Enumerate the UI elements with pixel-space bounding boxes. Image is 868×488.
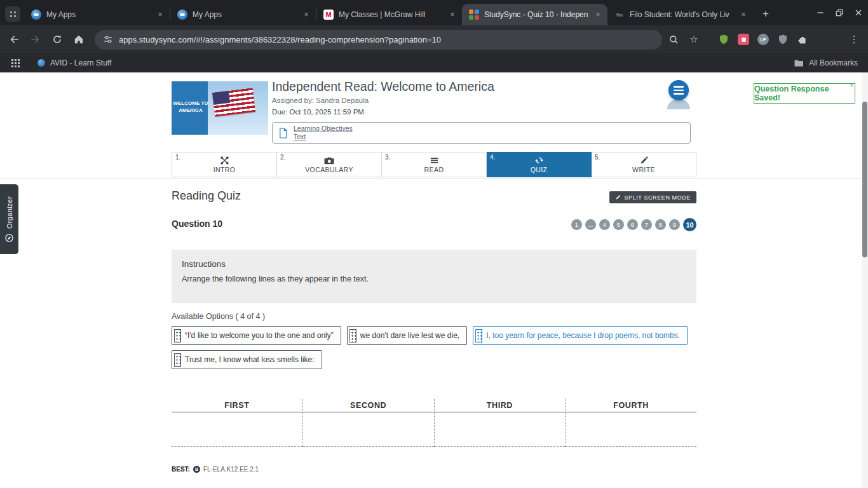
extensions-puzzle-icon[interactable] [797, 34, 808, 45]
hamburger-menu-icon[interactable] [668, 80, 689, 100]
classlink-favicon [31, 10, 41, 20]
url-text[interactable]: apps.studysync.com/#!/assignments/386322… [119, 35, 441, 44]
page-scrollbar-thumb[interactable] [862, 102, 867, 257]
apps-grid-icon[interactable] [11, 59, 20, 67]
available-options-label: Available Options ( 4 of 4 ) [172, 312, 265, 321]
learning-objectives-box: Learning Objectives Text [272, 122, 691, 144]
new-tab-button[interactable]: + [757, 5, 775, 23]
pencil-icon [639, 156, 649, 165]
drop-column-first: FIRST [172, 399, 303, 447]
drop-zone-second[interactable] [303, 412, 434, 447]
options-row-1: “I'd like to welcome you to the one and … [172, 326, 688, 345]
option-chip-2[interactable]: we don't dare live lest we die, [347, 326, 467, 345]
question-pagination: 1 ... 4 5 6 7 8 9 10 [571, 218, 696, 231]
standard-code: FL-ELA.K12.EE.2.1 [203, 466, 259, 473]
page-1-button[interactable]: 1 [571, 219, 582, 230]
best-label: BEST: [172, 466, 190, 473]
instructions-panel: Instructions Arrange the following lines… [172, 250, 696, 303]
tab-list: My Apps × My Apps × M My Classes | McGra… [24, 4, 753, 25]
tab-close-icon[interactable]: × [738, 10, 749, 20]
split-screen-mode-button[interactable]: SPLIT SCREEN MODE [609, 191, 696, 203]
page-4-button[interactable]: 4 [599, 219, 610, 230]
home-button[interactable] [69, 30, 88, 49]
back-button[interactable] [4, 30, 24, 49]
browser-tab-my-apps-2[interactable]: My Apps × [170, 4, 316, 25]
standards-row: BEST: B FL-ELA.K12.EE.2.1 [172, 466, 259, 473]
reload-button[interactable] [48, 30, 67, 49]
tab-close-icon[interactable]: × [155, 10, 165, 20]
tab-read[interactable]: 3. READ [382, 152, 487, 177]
browser-tab-studysync-active[interactable]: StudySync - Quiz 10 - Indepen × [462, 4, 607, 25]
best-standard-icon: B [193, 466, 200, 473]
adblock-shield-icon[interactable] [718, 34, 729, 45]
browser-menu-icon[interactable]: ⋮ [846, 32, 862, 47]
browser-tab-strip: My Apps × My Apps × M My Classes | McGra… [0, 0, 868, 25]
tab-close-icon[interactable]: × [447, 10, 458, 20]
learning-objectives-link[interactable]: Learning Objectives [294, 125, 353, 133]
drag-handle-icon[interactable] [349, 329, 356, 342]
page-ellipsis-button[interactable]: ... [585, 219, 596, 230]
all-bookmarks-button[interactable]: All Bookmarks [794, 58, 858, 68]
browser-tab-filo[interactable]: filo Filo Student: World's Only Liv × [607, 4, 753, 25]
shield-gray-icon[interactable] [777, 34, 789, 45]
options-row-2: Trust me, I know what loss smells like: [172, 350, 322, 369]
drop-zone-third[interactable] [435, 412, 566, 447]
drop-column-fourth: FOURTH [566, 399, 696, 447]
column-header: FIRST [172, 399, 302, 412]
drag-handle-icon[interactable] [174, 329, 181, 342]
tab-vocabulary[interactable]: 2. VOCABULARY [277, 152, 382, 177]
browser-tab-my-apps-1[interactable]: My Apps × [24, 4, 170, 25]
drag-handle-icon[interactable] [475, 329, 482, 342]
option-chip-3-selected[interactable]: I, too yearn for peace, because I drop p… [473, 326, 688, 345]
response-saved-toast: Question Response Saved! × [754, 83, 855, 104]
browser-tab-mcgraw-hill[interactable]: M My Classes | McGraw Hill × [316, 4, 462, 25]
site-settings-icon[interactable] [103, 34, 113, 44]
extension-icons: LP [718, 34, 808, 45]
address-bar[interactable]: apps.studysync.com/#!/assignments/386322… [95, 30, 662, 50]
lastpass-icon[interactable]: LP [757, 34, 769, 45]
drag-handle-icon[interactable] [174, 353, 181, 367]
profile-menu-avatar[interactable] [667, 80, 691, 111]
instructions-body: Arrange the following lines as they appe… [182, 274, 686, 283]
option-chip-4[interactable]: Trust me, I know what loss smells like: [172, 350, 322, 369]
section-divider [0, 179, 868, 179]
filo-favicon: filo [614, 10, 625, 20]
page-scrollbar-track[interactable] [862, 72, 868, 488]
text-link[interactable]: Text [294, 133, 353, 141]
page-10-button-active[interactable]: 10 [683, 218, 696, 231]
browser-toolbar: apps.studysync.com/#!/assignments/386322… [0, 25, 868, 53]
toast-close-icon[interactable]: × [850, 82, 853, 89]
bookmark-avid[interactable]: AVID - Learn Stuff [37, 58, 111, 67]
page-7-button[interactable]: 7 [641, 219, 652, 230]
list-icon [430, 156, 439, 165]
tab-quiz-active[interactable]: 4. QUIZ [487, 152, 592, 177]
instructions-title: Instructions [182, 259, 686, 269]
bookmark-label: AVID - Learn Stuff [50, 58, 111, 67]
tab-close-icon[interactable]: × [301, 10, 311, 20]
minimize-button[interactable] [811, 0, 830, 25]
zoom-icon[interactable] [665, 30, 682, 48]
drop-zone-first[interactable] [172, 412, 302, 447]
option-chip-1[interactable]: “I'd like to welcome you to the one and … [172, 326, 341, 345]
page-5-button[interactable]: 5 [613, 219, 624, 230]
drop-zone-fourth[interactable] [566, 412, 696, 447]
forward-button[interactable] [26, 30, 45, 49]
folder-icon [794, 58, 804, 68]
extension-icon-pink[interactable] [738, 34, 749, 45]
close-button[interactable] [849, 0, 868, 25]
page-6-button[interactable]: 6 [627, 219, 638, 230]
organizer-side-tab[interactable]: Organizer [0, 184, 18, 254]
intro-icon [220, 156, 229, 165]
tab-search-icon[interactable] [5, 6, 20, 22]
page-9-button[interactable]: 9 [669, 219, 680, 230]
drop-column-third: THIRD [435, 399, 566, 447]
column-header: FOURTH [566, 399, 696, 412]
bookmark-star-icon[interactable]: ☆ [685, 30, 703, 48]
due-date-text: Due: Oct 10, 2025 11:59 PM [272, 108, 364, 116]
tab-write[interactable]: 5. WRITE [592, 152, 696, 177]
page-8-button[interactable]: 8 [655, 219, 666, 230]
assigned-by-text: Assigned by: Sandra Depaula [272, 97, 369, 104]
tab-close-icon[interactable]: × [593, 10, 603, 20]
tab-intro[interactable]: 1. INTRO [172, 152, 277, 177]
restore-button[interactable] [830, 0, 849, 25]
